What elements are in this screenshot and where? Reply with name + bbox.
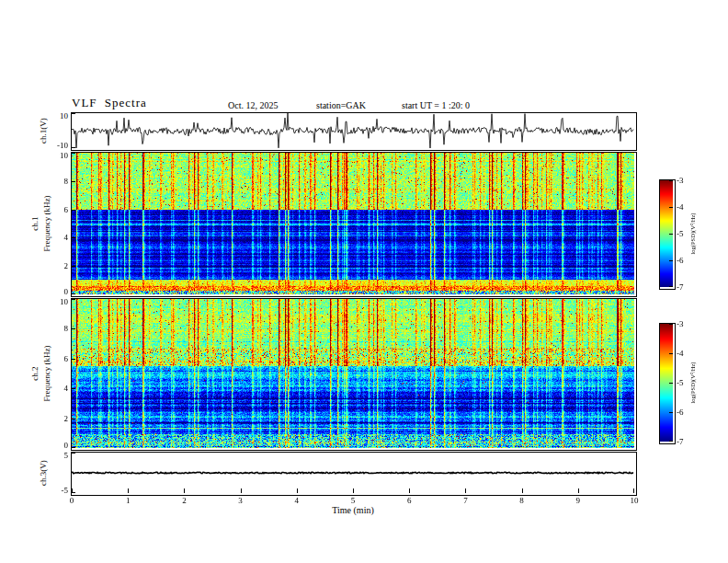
cbar1-tick-label: -6	[677, 256, 684, 265]
colorbar2-label: log(PSD)(V²/Hz)	[689, 362, 696, 404]
station-label: station=GAK	[316, 100, 366, 110]
ch1-frequency-tick	[72, 181, 75, 182]
ch1-frequency-tick	[72, 210, 75, 211]
ch1-frequency-tick-label: 4	[46, 233, 68, 242]
ch3-voltage-axis-label: ch.3(V)	[39, 460, 48, 486]
x-tick	[633, 488, 634, 493]
x-tick	[353, 488, 354, 493]
ch3-voltage-tick-label: -5	[46, 486, 68, 495]
x-tick	[128, 488, 129, 493]
x-tick-label: 8	[513, 496, 531, 505]
x-tick-label: 10	[625, 496, 643, 505]
ch2-spectrogram-canvas	[72, 299, 634, 448]
colorbar1-label: log(PSD)(V²/Hz)	[689, 213, 696, 255]
ch1-frequency-tick	[72, 293, 75, 294]
ch1-frequency-tick-label: 10	[46, 151, 68, 160]
x-tick	[184, 488, 185, 493]
cbar1-tick	[669, 286, 673, 287]
x-tick-label: 1	[119, 496, 137, 505]
cbar2-tick-label: -6	[677, 408, 684, 417]
cbar2-tick-label: -4	[677, 349, 684, 358]
x-tick	[465, 488, 466, 493]
cbar2-tick-label: -5	[677, 378, 684, 387]
ch2-frequency-tick-label: 0	[46, 441, 68, 450]
ch2-frequency-tick-label: 10	[46, 297, 68, 306]
x-tick-label: 3	[232, 496, 250, 505]
ch1-voltage-axis-label: ch.1(V)	[39, 118, 48, 144]
cbar1-tick	[669, 207, 673, 208]
x-tick-label: 4	[288, 496, 306, 505]
ch1-frequency-tick-label: 2	[46, 261, 68, 270]
ch3-voltage-tick-label: 5	[46, 451, 68, 460]
ch2-frequency-tick-label: 6	[46, 354, 68, 363]
ch1-channel-label: ch.1	[30, 216, 40, 230]
x-tick	[578, 488, 579, 493]
ch2-frequency-tick-label: 8	[46, 324, 68, 333]
ch1-frequency-tick-label: 0	[46, 287, 68, 296]
ch1-frequency-tick	[72, 237, 75, 238]
ch2-frequency-tick	[72, 388, 75, 389]
cbar1-tick-label: -7	[677, 282, 684, 292]
cbar1-tick	[669, 260, 673, 261]
ch2-channel-label: ch.2	[30, 366, 40, 380]
x-tick-label: 6	[400, 496, 418, 505]
cbar1-tick-label: -3	[677, 176, 684, 185]
vlf-spectra-plot: VLF Spectra Oct. 12, 2025 station=GAK st…	[0, 0, 728, 563]
ch1-frequency-tick-label: 8	[46, 177, 68, 186]
time-axis-label: Time (min)	[332, 505, 373, 515]
x-tick-label: 0	[63, 496, 81, 505]
cbar1-tick-label: -5	[677, 229, 684, 238]
cbar1-tick	[669, 180, 673, 181]
ch1-frequency-tick	[72, 266, 75, 267]
ch1-frequency-tick	[72, 153, 75, 154]
x-tick	[297, 488, 298, 493]
ch1-voltage-tick	[72, 113, 75, 114]
ch2-frequency-tick	[72, 447, 75, 448]
start-ut-label: start UT = 1 :20: 0	[402, 100, 470, 110]
cbar2-tick	[669, 412, 673, 413]
cbar1-tick-label: -4	[677, 202, 684, 212]
x-tick-label: 7	[456, 496, 474, 505]
ch2-frequency-tick-label: 2	[46, 414, 68, 423]
ch1-voltage-tick-label: -10	[46, 141, 68, 150]
date-label: Oct. 12, 2025	[228, 100, 278, 110]
cbar2-tick	[669, 353, 673, 354]
x-tick-label: 2	[175, 496, 193, 505]
x-tick	[522, 488, 523, 493]
ch1-voltage-tick	[72, 147, 75, 148]
ch1-frequency-axis-label: Frequency (kHz)	[42, 195, 51, 251]
ch2-frequency-tick	[72, 419, 75, 419]
ch2-frequency-tick	[72, 299, 75, 300]
ch1-waveform-canvas	[72, 113, 634, 148]
ch2-frequency-tick	[72, 328, 75, 329]
x-tick	[409, 488, 410, 493]
cbar2-tick	[669, 441, 673, 442]
plot-title: VLF Spectra	[72, 96, 147, 110]
cbar2-tick	[669, 324, 673, 325]
ch1-spectrogram-canvas	[72, 153, 634, 294]
ch3-voltage-tick	[72, 453, 75, 454]
cbar1-tick	[669, 234, 673, 235]
ch1-voltage-tick-label: 10	[46, 111, 68, 121]
ch1-frequency-tick-label: 6	[46, 205, 68, 214]
x-tick	[241, 488, 242, 493]
cbar2-tick-label: -7	[677, 437, 684, 446]
x-tick-label: 9	[569, 496, 587, 505]
ch2-frequency-tick-label: 4	[46, 384, 68, 393]
ch2-frequency-tick	[72, 359, 75, 360]
cbar2-tick-label: -3	[677, 319, 684, 328]
ch3-waveform-canvas	[72, 453, 634, 493]
x-tick	[72, 488, 73, 493]
x-tick-label: 5	[344, 496, 362, 505]
cbar2-tick	[669, 383, 673, 384]
